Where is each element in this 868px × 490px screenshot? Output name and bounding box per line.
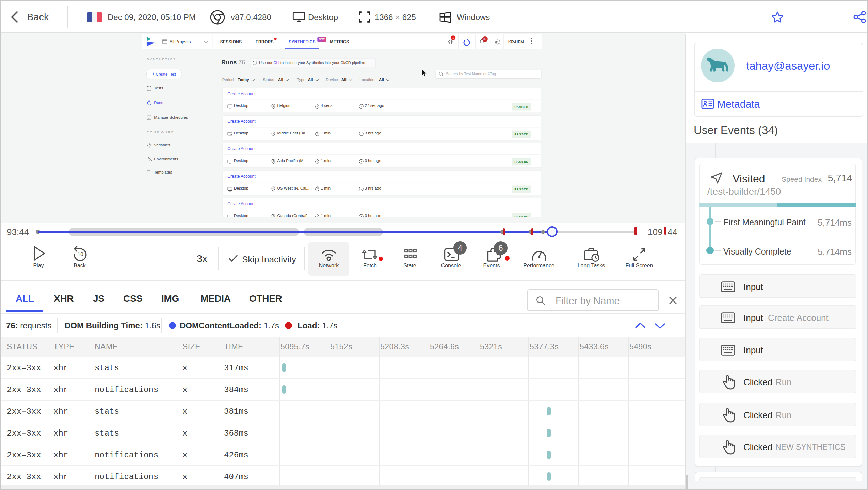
svg-text:10: 10 <box>78 251 83 257</box>
